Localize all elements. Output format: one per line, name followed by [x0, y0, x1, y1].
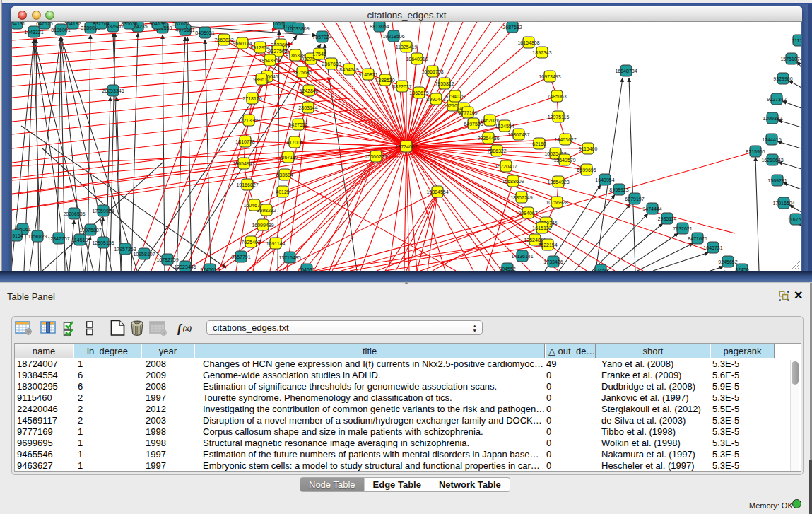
svg-text:8958923: 8958923	[609, 187, 628, 192]
svg-text:17957253: 17957253	[114, 247, 136, 252]
svg-text:17546: 17546	[312, 52, 326, 57]
svg-text:1897343: 1897343	[532, 50, 551, 55]
svg-text:17359924: 17359924	[92, 209, 114, 214]
svg-text:8215955: 8215955	[746, 149, 765, 154]
svg-text:40125: 40125	[276, 189, 290, 194]
svg-text:7955812: 7955812	[435, 81, 454, 86]
svg-text:7625402: 7625402	[241, 240, 260, 245]
svg-text:10975887: 10975887	[79, 228, 101, 233]
svg-text:7632621: 7632621	[673, 226, 692, 231]
svg-text:8471676: 8471676	[688, 236, 707, 241]
svg-text:835030: 835030	[121, 22, 137, 26]
svg-text:12323446: 12323446	[174, 264, 196, 269]
svg-text:034131: 034131	[12, 22, 25, 26]
svg-text:534192: 534192	[64, 22, 81, 26]
svg-text:8990443: 8990443	[426, 97, 445, 102]
svg-text:12213369: 12213369	[237, 118, 259, 123]
svg-text:2935114: 2935114	[658, 216, 677, 221]
svg-text:9115460: 9115460	[579, 146, 598, 151]
svg-text:9660124: 9660124	[233, 41, 252, 46]
svg-text:14136141: 14136141	[511, 254, 533, 259]
svg-text:16033809: 16033809	[287, 26, 309, 31]
svg-text:19218506: 19218506	[382, 34, 404, 39]
svg-text:8822037: 8822037	[392, 84, 411, 89]
svg-text:19654943: 19654943	[233, 161, 254, 166]
svg-text:16848784: 16848784	[615, 69, 637, 74]
svg-text:20206535: 20206535	[63, 211, 85, 216]
svg-text:6879197: 6879197	[625, 197, 644, 201]
svg-text:8495931: 8495931	[195, 30, 214, 35]
svg-text:18807249: 18807249	[510, 195, 532, 200]
svg-text:417006: 417006	[286, 140, 302, 145]
svg-text:1244415: 1244415	[762, 137, 781, 142]
svg-text:9242848: 9242848	[299, 88, 318, 93]
svg-text:16154808: 16154808	[517, 40, 539, 45]
svg-text:17016504: 17016504	[772, 201, 794, 206]
svg-text:10807487: 10807487	[507, 132, 529, 137]
svg-text:8912954: 8912954	[250, 45, 269, 50]
svg-text:10973493: 10973493	[539, 74, 560, 79]
svg-text:6794028: 6794028	[445, 94, 464, 99]
svg-text:1810778: 1810778	[235, 139, 254, 144]
svg-text:1362615: 1362615	[409, 90, 428, 95]
svg-text:1024554: 1024554	[495, 124, 514, 129]
svg-text:62160: 62160	[532, 141, 546, 146]
svg-text:1156829: 1156829	[28, 234, 47, 239]
svg-text:6699695: 6699695	[577, 168, 596, 173]
svg-text:989612: 989612	[253, 77, 269, 82]
svg-text:9329966: 9329966	[773, 76, 792, 81]
svg-text:8813054: 8813054	[370, 24, 389, 29]
svg-text:647525: 647525	[36, 22, 52, 26]
svg-text:5427552: 5427552	[288, 122, 307, 127]
svg-text:2687682: 2687682	[502, 25, 522, 30]
svg-text:9245652: 9245652	[718, 259, 737, 264]
svg-text:3698222: 3698222	[257, 208, 276, 213]
svg-text:39154: 39154	[12, 233, 23, 238]
svg-text:7386322: 7386322	[487, 148, 506, 153]
svg-text:2522154: 2522154	[538, 243, 557, 247]
svg-text:11174: 11174	[792, 38, 801, 43]
svg-text:1209382: 1209382	[763, 116, 782, 121]
svg-text:9146821: 9146821	[358, 72, 377, 77]
svg-text:7485063: 7485063	[547, 94, 566, 99]
svg-text:1569291: 1569291	[767, 178, 787, 183]
svg-text:7663822: 7663822	[214, 37, 233, 42]
svg-text:3875685: 3875685	[293, 70, 312, 75]
svg-text:13716485: 13716485	[278, 255, 300, 260]
svg-text:537672: 537672	[172, 22, 189, 26]
svg-text:832764: 832764	[93, 22, 109, 26]
svg-text:2718126: 2718126	[242, 96, 261, 101]
svg-text:8454749: 8454749	[339, 67, 358, 72]
svg-text:114519: 114519	[72, 238, 88, 243]
svg-text:2803144: 2803144	[298, 105, 317, 110]
svg-text:16782759: 16782759	[156, 257, 178, 262]
svg-text:7857224: 7857224	[312, 35, 331, 40]
svg-text:13649579: 13649579	[553, 158, 575, 163]
svg-text:9657791: 9657791	[231, 255, 250, 259]
svg-text:9327505: 9327505	[268, 49, 287, 54]
svg-text:1640954: 1640954	[595, 177, 614, 182]
svg-text:10688609: 10688609	[502, 179, 524, 184]
svg-text:14463627: 14463627	[554, 137, 576, 142]
svg-text:7462026: 7462026	[480, 118, 499, 123]
svg-text:3267110: 3267110	[279, 155, 298, 160]
svg-text:19384554: 19384554	[426, 189, 448, 194]
svg-text:13654923: 13654923	[547, 180, 569, 185]
svg-text:10958107: 10958107	[133, 252, 155, 257]
svg-text:12505135: 12505135	[92, 240, 114, 245]
svg-text:1733426: 1733426	[543, 259, 563, 264]
svg-text:533584: 533584	[276, 173, 293, 177]
svg-text:9084067: 9084067	[518, 211, 537, 216]
svg-text:18640910: 18640910	[406, 57, 428, 62]
svg-text:16099489: 16099489	[252, 223, 273, 228]
svg-text:12342757: 12342757	[47, 236, 69, 241]
svg-text:15751074: 15751074	[780, 57, 801, 62]
svg-text:12975115: 12975115	[548, 115, 570, 119]
svg-text:1045731: 1045731	[703, 245, 722, 250]
svg-text:116753: 116753	[788, 217, 801, 222]
svg-text:11325419: 11325419	[396, 45, 418, 49]
svg-text:9474444: 9474444	[642, 206, 661, 211]
svg-text:16961758: 16961758	[421, 69, 443, 74]
svg-text:2367608: 2367608	[322, 62, 341, 66]
svg-text:15720407: 15720407	[495, 164, 517, 169]
